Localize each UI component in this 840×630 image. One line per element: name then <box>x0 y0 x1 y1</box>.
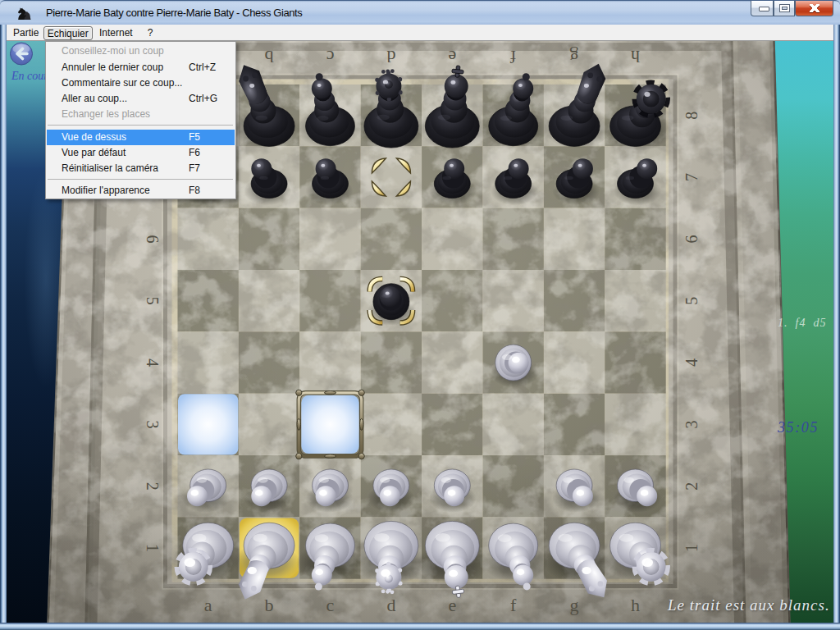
svg-text:c: c <box>326 595 335 615</box>
svg-text:h: h <box>631 47 640 67</box>
svg-text:1: 1 <box>682 544 701 552</box>
svg-text:b: b <box>265 47 274 67</box>
svg-text:g: g <box>570 47 579 67</box>
svg-text:h: h <box>631 595 640 615</box>
svg-text:3: 3 <box>144 420 162 428</box>
svg-text:d: d <box>386 595 395 615</box>
svg-text:f: f <box>510 595 517 615</box>
svg-text:3: 3 <box>682 420 701 428</box>
svg-text:e: e <box>448 47 456 67</box>
svg-text:d: d <box>386 47 395 67</box>
svg-text:5: 5 <box>682 297 701 305</box>
svg-text:b: b <box>265 595 274 615</box>
svg-text:g: g <box>570 595 579 615</box>
svg-text:4: 4 <box>682 358 701 367</box>
svg-text:6: 6 <box>144 235 162 243</box>
svg-text:8: 8 <box>682 112 701 120</box>
svg-text:6: 6 <box>682 235 701 243</box>
svg-text:c: c <box>326 47 334 67</box>
svg-text:2: 2 <box>682 482 701 491</box>
svg-text:1: 1 <box>144 544 162 552</box>
svg-text:f: f <box>509 47 516 67</box>
svg-text:a: a <box>204 595 212 615</box>
svg-text:7: 7 <box>682 173 701 181</box>
svg-text:2: 2 <box>144 482 162 491</box>
svg-text:e: e <box>448 595 456 615</box>
svg-text:5: 5 <box>144 297 162 305</box>
svg-text:4: 4 <box>144 358 162 367</box>
